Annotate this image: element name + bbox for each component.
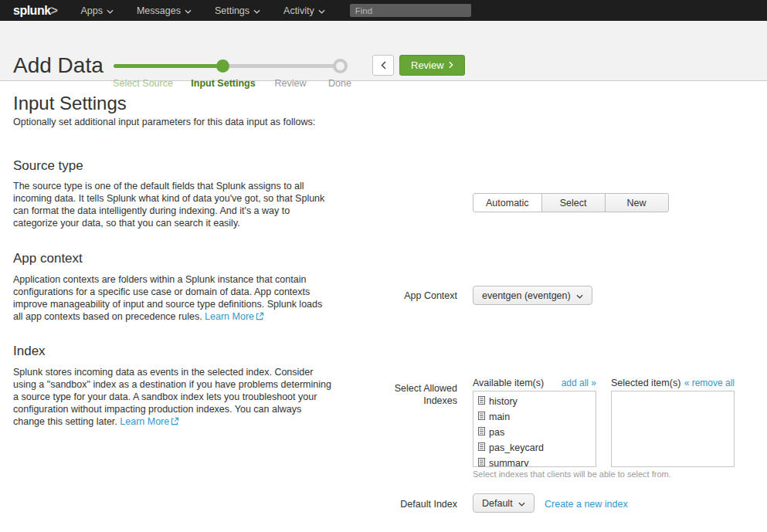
external-link-icon bbox=[256, 311, 264, 324]
list-item-label: main bbox=[489, 412, 510, 422]
chevron-down-icon bbox=[318, 5, 325, 16]
list-item-label: summary bbox=[489, 458, 528, 467]
progress-stepper: Select Source Input Settings Review Done bbox=[114, 58, 361, 90]
review-button-label: Review bbox=[411, 59, 444, 71]
chevron-down-icon bbox=[107, 5, 114, 16]
app-context-field-label: App Context bbox=[340, 290, 457, 301]
available-items-header-row: Available item(s) add all » bbox=[473, 378, 596, 388]
default-index-dropdown-value: Default bbox=[482, 498, 513, 509]
available-items-header: Available item(s) bbox=[473, 378, 544, 388]
add-data-page: splunk> Apps Messages Settings Activity … bbox=[0, 0, 767, 532]
list-item-pas-keycard[interactable]: pas_keycard bbox=[478, 440, 596, 456]
index-description: Splunk stores incoming data as events in… bbox=[13, 366, 333, 429]
app-context-dropdown-value: eventgen (eventgen) bbox=[482, 290, 571, 301]
chevron-left-icon bbox=[381, 59, 386, 73]
source-type-heading: Source type bbox=[13, 158, 83, 174]
list-item-label: pas_keycard bbox=[489, 442, 544, 453]
app-context-dropdown[interactable]: eventgen (eventgen) bbox=[473, 286, 592, 305]
splunk-logo[interactable]: splunk> bbox=[13, 4, 57, 18]
default-index-label: Default Index bbox=[340, 499, 457, 510]
list-item-main[interactable]: main bbox=[478, 409, 596, 425]
content-title: Input Settings bbox=[13, 93, 127, 114]
create-new-index-link[interactable]: Create a new index bbox=[545, 499, 628, 510]
app-context-description: Application contexts are folders within … bbox=[13, 273, 333, 324]
learn-more-label: Learn More bbox=[205, 311, 254, 322]
current-step-dot bbox=[216, 59, 229, 73]
list-item-icon bbox=[478, 458, 485, 467]
list-item-icon bbox=[478, 412, 485, 422]
back-button[interactable] bbox=[372, 55, 394, 76]
nav-menu-activity[interactable]: Activity bbox=[283, 5, 325, 16]
chevron-down-icon bbox=[185, 5, 192, 16]
logo-caret: > bbox=[51, 4, 58, 17]
external-link-icon bbox=[171, 416, 179, 429]
nav-label: Messages bbox=[137, 5, 181, 16]
step-label-done: Done bbox=[328, 78, 351, 89]
learn-more-label: Learn More bbox=[120, 416, 169, 427]
nav-label: Settings bbox=[215, 5, 249, 16]
content-subtitle: Optionally set additional input paramete… bbox=[13, 117, 315, 127]
app-context-heading: App context bbox=[13, 251, 83, 266]
source-type-automatic-button[interactable]: Automatic bbox=[473, 193, 542, 212]
add-all-link[interactable]: add all » bbox=[562, 378, 596, 388]
nav-label: Apps bbox=[80, 5, 103, 16]
selected-items-header: Selected item(s) bbox=[611, 378, 680, 388]
source-type-select-button[interactable]: Select bbox=[541, 193, 606, 212]
stepper-completed-segment bbox=[114, 64, 223, 68]
selected-indexes-listbox[interactable] bbox=[611, 391, 735, 467]
top-nav-bar: splunk> Apps Messages Settings Activity bbox=[0, 0, 767, 21]
index-learn-more-link[interactable]: Learn More bbox=[120, 416, 179, 427]
list-item-pas[interactable]: pas bbox=[478, 425, 596, 440]
nav-menu-messages[interactable]: Messages bbox=[137, 5, 192, 16]
source-type-button-group: Automatic Select New bbox=[473, 193, 669, 212]
nav-menu-apps[interactable]: Apps bbox=[80, 5, 114, 16]
list-item-history[interactable]: history bbox=[478, 394, 596, 409]
list-item-label: history bbox=[489, 396, 518, 407]
available-indexes-listbox[interactable]: history main pas pas_keycard summary bbox=[473, 391, 596, 467]
chevron-down-icon bbox=[576, 290, 583, 301]
app-context-description-text: Application contexts are folders within … bbox=[13, 274, 322, 322]
default-index-dropdown[interactable]: Default bbox=[473, 493, 535, 513]
remove-all-link[interactable]: « remove all bbox=[684, 378, 735, 388]
list-item-label: pas bbox=[489, 427, 504, 438]
chevron-down-icon bbox=[518, 498, 525, 509]
select-allowed-indexes-label: Select Allowed Indexes bbox=[376, 382, 457, 407]
available-indexes-list: history main pas pas_keycard summary bbox=[473, 391, 596, 467]
page-title: Add Data bbox=[13, 53, 104, 78]
list-item-icon bbox=[478, 396, 485, 407]
source-type-new-button[interactable]: New bbox=[605, 193, 669, 212]
step-label-select-source: Select Source bbox=[113, 78, 173, 89]
source-type-description: The source type is one of the default fi… bbox=[13, 180, 333, 229]
done-step-circle bbox=[333, 59, 348, 73]
logo-text: splunk bbox=[13, 4, 51, 17]
index-heading: Index bbox=[13, 344, 46, 359]
list-item-icon bbox=[478, 427, 485, 438]
list-item-icon bbox=[478, 442, 485, 453]
chevron-down-icon bbox=[253, 5, 260, 16]
nav-label: Activity bbox=[283, 5, 314, 16]
indexes-helper-text: Select indexes that clients will be able… bbox=[473, 469, 671, 479]
step-label-input-settings: Input Settings bbox=[191, 78, 255, 89]
app-context-learn-more-link[interactable]: Learn More bbox=[205, 311, 264, 322]
step-label-review: Review bbox=[275, 78, 307, 89]
chevron-right-icon bbox=[449, 59, 453, 71]
review-next-button[interactable]: Review bbox=[399, 55, 465, 76]
nav-menu-settings[interactable]: Settings bbox=[215, 5, 260, 16]
find-search-input[interactable] bbox=[350, 4, 471, 17]
list-item-summary[interactable]: summary bbox=[478, 456, 596, 467]
wizard-header: Add Data Select Source Input Settings Re… bbox=[0, 21, 767, 81]
stepper-upcoming-segment bbox=[223, 64, 338, 68]
selected-items-header-row: Selected item(s) « remove all bbox=[611, 378, 735, 388]
